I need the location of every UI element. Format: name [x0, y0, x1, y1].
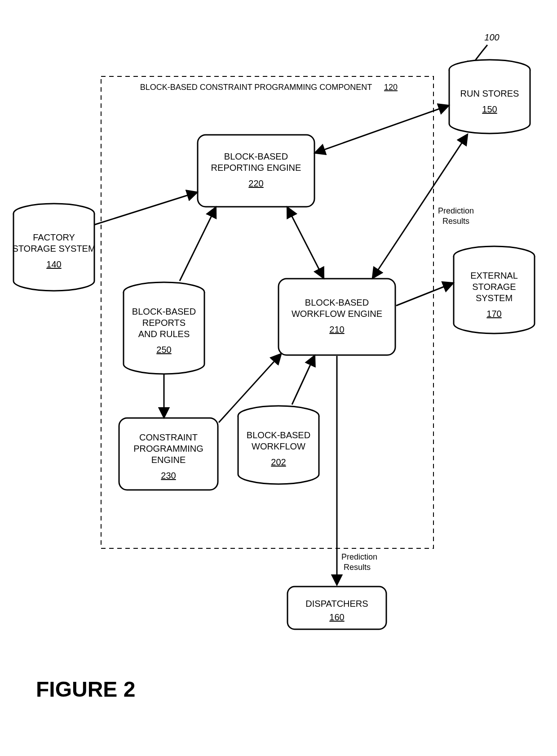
svg-text:REPORTS: REPORTS [142, 318, 186, 328]
edge-reports-to-reporting [180, 208, 216, 281]
svg-text:250: 250 [156, 345, 171, 355]
node-constraint-programming-engine: CONSTRAINT PROGRAMMING ENGINE 230 [119, 418, 218, 490]
svg-text:REPORTING ENGINE: REPORTING ENGINE [211, 163, 301, 173]
svg-text:Results: Results [442, 217, 469, 226]
svg-text:BLOCK-BASED: BLOCK-BASED [305, 298, 369, 307]
svg-text:AND RULES: AND RULES [138, 329, 190, 339]
svg-text:120: 120 [384, 83, 398, 92]
edge-workflowstore-to-workflow [292, 356, 314, 405]
svg-text:170: 170 [486, 309, 501, 319]
node-block-based-workflow: BLOCK-BASED WORKFLOW 202 [238, 406, 319, 484]
svg-text:Prediction: Prediction [438, 206, 474, 215]
node-dispatchers: DISPATCHERS 160 [287, 587, 386, 629]
svg-text:EXTERNAL: EXTERNAL [470, 271, 518, 280]
svg-text:Prediction: Prediction [341, 552, 377, 561]
svg-text:ENGINE: ENGINE [151, 455, 186, 465]
svg-text:STORAGE: STORAGE [472, 282, 516, 292]
node-block-based-reporting-engine: BLOCK-BASED REPORTING ENGINE 220 [198, 135, 314, 207]
node-block-based-reports-and-rules: BLOCK-BASED REPORTS AND RULES 250 [124, 282, 204, 374]
svg-text:SYSTEM: SYSTEM [476, 293, 513, 303]
svg-text:BLOCK-BASED CONSTRAINT PROGRAM: BLOCK-BASED CONSTRAINT PROGRAMMING COMPO… [140, 83, 372, 92]
svg-text:WORKFLOW: WORKFLOW [252, 441, 305, 451]
svg-text:STORAGE SYSTEM: STORAGE SYSTEM [12, 244, 95, 253]
node-factory-storage-system: FACTORY STORAGE SYSTEM 140 [12, 204, 95, 291]
edge-reporting-workflow [287, 208, 323, 278]
edge-factory-to-reporting [94, 192, 197, 225]
svg-text:220: 220 [248, 178, 263, 188]
edge-workflow-to-external [396, 283, 453, 306]
svg-text:160: 160 [329, 612, 344, 622]
svg-text:BLOCK-BASED: BLOCK-BASED [247, 430, 310, 440]
svg-text:BLOCK-BASED: BLOCK-BASED [132, 307, 196, 316]
svg-text:230: 230 [161, 471, 176, 480]
svg-text:100: 100 [484, 32, 499, 42]
svg-text:210: 210 [329, 325, 344, 334]
node-external-storage-system: EXTERNAL STORAGE SYSTEM 170 [454, 246, 535, 334]
svg-text:WORKFLOW ENGINE: WORKFLOW ENGINE [292, 309, 382, 319]
svg-text:CONSTRAINT: CONSTRAINT [139, 432, 198, 442]
svg-text:Results: Results [344, 563, 371, 572]
node-block-based-workflow-engine: BLOCK-BASED WORKFLOW ENGINE 210 [278, 279, 395, 355]
node-run-stores: RUN STORES 150 [449, 60, 530, 133]
svg-text:140: 140 [46, 259, 61, 269]
edge-reporting-runstores [315, 106, 448, 153]
svg-text:FACTORY: FACTORY [33, 232, 75, 242]
svg-text:150: 150 [482, 104, 497, 114]
svg-text:BLOCK-BASED: BLOCK-BASED [224, 151, 288, 161]
svg-text:DISPATCHERS: DISPATCHERS [305, 599, 368, 609]
svg-text:RUN STORES: RUN STORES [460, 89, 519, 98]
svg-text:202: 202 [271, 457, 286, 467]
svg-text:PROGRAMMING: PROGRAMMING [133, 444, 203, 454]
figure-label: FIGURE 2 [36, 677, 135, 701]
